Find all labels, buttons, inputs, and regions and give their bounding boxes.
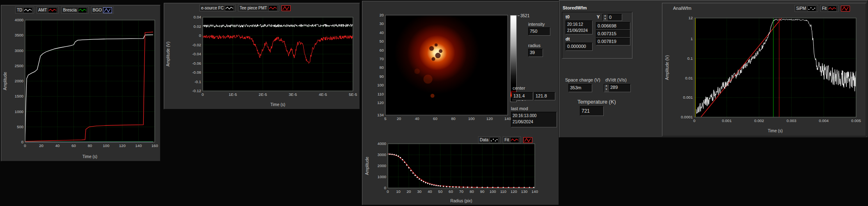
svg-text:80: 80 — [379, 65, 384, 70]
legend-item-brescia[interactable]: Brescia — [61, 7, 88, 14]
svg-text:500: 500 — [17, 125, 23, 129]
svg-text:40: 40 — [415, 116, 419, 121]
svg-text:0: 0 — [21, 140, 23, 144]
y-value-0: 0.006698 — [596, 22, 630, 30]
plot-style-icon[interactable] — [23, 7, 32, 13]
svg-text:120: 120 — [119, 143, 126, 148]
scale-ramp-icon[interactable] — [282, 5, 291, 11]
plot-style-icon[interactable] — [225, 5, 234, 11]
dt-value[interactable]: 0.000000 — [566, 43, 593, 51]
legend-label-brescia: Brescia — [63, 8, 76, 12]
lastmod-time: 20:16:13.000 — [513, 113, 555, 119]
increment-button[interactable]: ▲ — [604, 84, 609, 88]
y-index-spinner[interactable]: ▲ ▼ 0 — [602, 14, 622, 21]
legend-item-tee-piece-pmt[interactable]: Tee piece PMT — [238, 5, 279, 11]
svg-text:1500: 1500 — [15, 94, 23, 98]
svg-text:80: 80 — [451, 116, 456, 121]
svg-text:1000: 1000 — [15, 109, 23, 114]
td-amplitude-graph[interactable]: 0204060801001201401600500100015002000250… — [2, 14, 160, 160]
legend-item-amt[interactable]: AMT — [37, 7, 59, 14]
svg-text:2000: 2000 — [15, 79, 23, 83]
svg-text:-0.06: -0.06 — [192, 61, 201, 66]
plot-style-icon[interactable] — [78, 7, 87, 13]
t0-value[interactable]: 20:16:12 21/06/2024 — [566, 20, 593, 34]
svg-text:4000: 4000 — [378, 141, 386, 146]
dvdt-spinner-buttons[interactable]: ▲ ▼ — [604, 84, 609, 92]
scale-ramp-icon[interactable] — [841, 6, 850, 11]
svg-text:0.0001: 0.0001 — [681, 115, 693, 119]
plot-style-icon[interactable] — [48, 7, 57, 13]
svg-text:0: 0 — [199, 33, 201, 38]
intensity-label: intensity — [528, 22, 545, 27]
beam-image-panel: 5204060801001201402030405060708090100110… — [362, 1, 559, 205]
svg-text:100: 100 — [490, 189, 496, 194]
colorbar-max-value: 3521 — [520, 14, 529, 18]
svg-text:0: 0 — [693, 118, 695, 123]
svg-text:40: 40 — [428, 189, 432, 194]
svg-text:70: 70 — [379, 57, 384, 61]
svg-text:20: 20 — [407, 189, 411, 194]
y-index-value[interactable]: 0 — [608, 14, 622, 20]
legend-label-amt: AMT — [38, 8, 47, 12]
svg-text:90: 90 — [379, 74, 384, 79]
legend-item-bgo[interactable]: BGO — [91, 7, 114, 14]
space-charge-label: Space charge (V) — [565, 77, 600, 82]
svg-text:3000: 3000 — [15, 48, 23, 53]
legend-item-sipm[interactable]: SiPM — [795, 5, 818, 12]
svg-text:60: 60 — [433, 116, 437, 121]
beam-intensity-image[interactable]: 5204060801001201402030405060708090100110… — [365, 5, 511, 131]
dvdt-value[interactable]: 289 — [609, 84, 630, 92]
center-y-value: 121.8 — [534, 92, 555, 100]
legend-item-td[interactable]: TD — [15, 7, 34, 14]
svg-text:-0.02: -0.02 — [192, 43, 201, 47]
decrement-button[interactable]: ▼ — [604, 88, 609, 92]
t0-time: 20:16:12 — [567, 22, 591, 28]
dvdt-spinner[interactable]: ▲ ▼ 289 — [604, 84, 631, 92]
esource-pmt-graph[interactable]: 01E-52E-53E-54E-55E-50.040.020-0.02-0.04… — [165, 12, 359, 108]
svg-text:70: 70 — [459, 189, 464, 194]
dt-label: dt — [566, 36, 570, 41]
legend-label-analfit: Fit — [822, 6, 827, 11]
y-array-label: Y — [597, 14, 600, 19]
storedwfm-cluster: t0 20:16:12 21/06/2024 dt 0.000000 Y ▲ ▼… — [562, 12, 632, 59]
decrement-button[interactable]: ▼ — [603, 18, 607, 21]
plot-style-icon[interactable] — [268, 5, 277, 11]
legend-item-analfit[interactable]: Fit — [820, 5, 838, 12]
legend-label-esource-fc: e-source FC — [201, 6, 224, 10]
y-index-spinner-buttons[interactable]: ▲ ▼ — [603, 14, 608, 20]
center-x-value: 131.4 — [512, 92, 533, 100]
svg-text:50: 50 — [438, 189, 443, 194]
plot-style-icon[interactable] — [807, 6, 816, 11]
svg-text:10: 10 — [396, 189, 401, 194]
increment-button[interactable]: ▲ — [603, 14, 607, 18]
svg-text:30: 30 — [379, 21, 384, 26]
td-graph-panel: TD AMT Brescia BGO 020406080100120140160… — [1, 5, 160, 161]
analwfm-graph[interactable]: 00.0010.0020.0030.0040.0051210.10.010.00… — [664, 13, 865, 134]
analwfm-legend: SiPM Fit — [795, 5, 850, 12]
svg-text:40: 40 — [55, 143, 60, 148]
esource-graph-panel: e-source FC Tee piece PMT 01E-52E-53E-54… — [164, 3, 360, 109]
svg-text:Time (s): Time (s) — [82, 154, 97, 159]
esource-graph-legend: e-source FC Tee piece PMT — [199, 5, 291, 11]
legend-label-td: TD — [17, 8, 22, 12]
plot-style-icon[interactable] — [828, 6, 837, 11]
plot-style-icon[interactable] — [103, 7, 112, 13]
svg-text:3000: 3000 — [378, 152, 386, 157]
temperature-label: Temperature (K) — [577, 99, 616, 105]
svg-text:0.001: 0.001 — [722, 118, 732, 123]
svg-text:Amplitude (V): Amplitude (V) — [166, 42, 170, 67]
svg-text:100: 100 — [468, 116, 475, 121]
svg-text:50: 50 — [379, 39, 384, 43]
radial-profile-graph[interactable]: 0102030405060708090100110120130140010002… — [364, 135, 558, 204]
svg-text:0.02: 0.02 — [194, 24, 202, 29]
legend-label-sipm: SiPM — [796, 6, 806, 11]
svg-text:Radius (pix): Radius (pix) — [450, 199, 472, 203]
svg-text:3E-5: 3E-5 — [289, 92, 297, 97]
lastmod-label: last mod — [511, 106, 528, 111]
svg-text:80: 80 — [469, 189, 474, 194]
center-label: center — [513, 86, 525, 91]
colorbar-max-label: 3521 — [518, 14, 529, 18]
legend-item-esource-fc[interactable]: e-source FC — [199, 5, 236, 11]
svg-text:2500: 2500 — [15, 63, 23, 68]
lastmod-value: 20:16:13.000 21/06/2024 — [511, 112, 557, 127]
